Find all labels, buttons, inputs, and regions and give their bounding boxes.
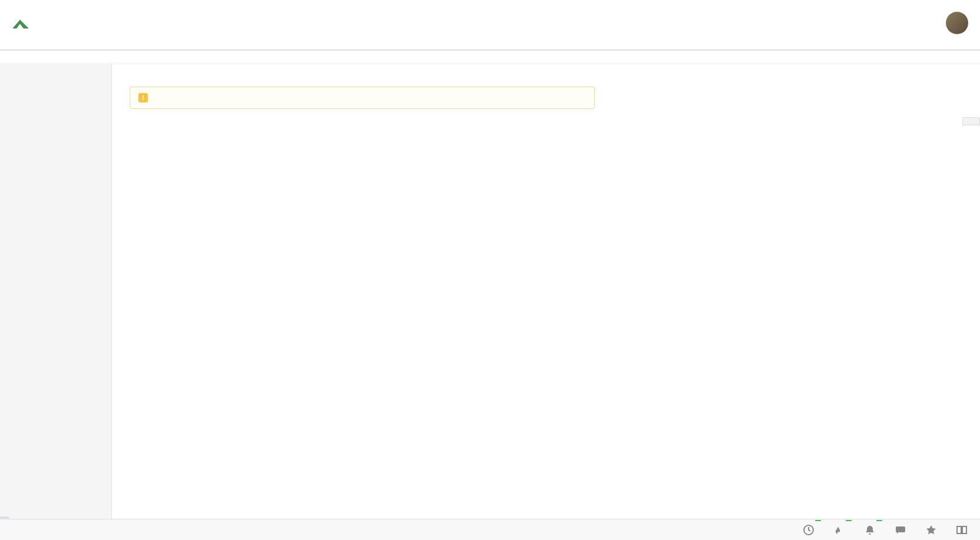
fire-badge xyxy=(846,520,852,521)
logo[interactable] xyxy=(12,18,33,31)
svg-rect-1 xyxy=(896,526,905,532)
book-icon[interactable] xyxy=(955,524,968,536)
top-bar xyxy=(0,0,980,51)
clock-badge xyxy=(815,520,821,521)
warning-icon: ! xyxy=(138,93,148,102)
bell-badge xyxy=(876,520,882,521)
content: ! xyxy=(112,64,980,528)
add-scheme-button[interactable] xyxy=(962,117,980,125)
notice-banner: ! xyxy=(130,87,595,109)
avatar[interactable] xyxy=(946,12,968,34)
bell-icon[interactable] xyxy=(863,524,876,536)
main-area: ! xyxy=(0,64,980,528)
fire-icon[interactable] xyxy=(833,524,846,536)
footer-icons xyxy=(802,524,968,536)
chat-icon[interactable] xyxy=(894,524,907,536)
sub-nav xyxy=(0,51,980,64)
clock-icon[interactable] xyxy=(802,524,815,536)
star-icon[interactable] xyxy=(925,524,938,536)
footer xyxy=(0,519,980,540)
sidebar xyxy=(0,64,112,528)
